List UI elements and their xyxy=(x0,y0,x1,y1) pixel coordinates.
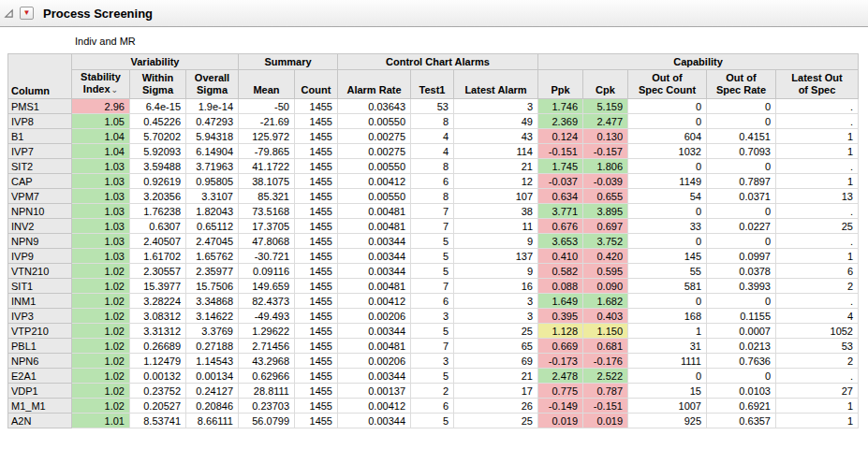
overall-sigma-cell[interactable]: 5.94318 xyxy=(186,129,239,144)
table-row[interactable]: IVP31.023.083123.14622-49.49314550.00206… xyxy=(8,309,859,324)
cpk-cell[interactable]: 0.787 xyxy=(583,384,628,399)
out-of-spec-count-cell[interactable]: 145 xyxy=(628,249,707,264)
alarm-rate-cell[interactable]: 0.00412 xyxy=(338,399,411,414)
row-label-cell[interactable]: VTP210 xyxy=(8,324,72,339)
overall-sigma-cell[interactable]: 3.3107 xyxy=(186,189,239,204)
within-sigma-cell[interactable]: 0.00132 xyxy=(130,369,186,384)
row-label-cell[interactable]: SIT2 xyxy=(8,159,72,174)
within-sigma-cell[interactable]: 0.45226 xyxy=(130,114,186,129)
latest-out-of-spec-cell[interactable]: 1 xyxy=(776,249,859,264)
ppk-cell[interactable]: 0.410 xyxy=(538,249,583,264)
within-sigma-cell[interactable]: 2.30557 xyxy=(130,264,186,279)
cpk-cell[interactable]: 1.682 xyxy=(583,294,628,309)
alarm-rate-cell[interactable]: 0.00344 xyxy=(338,249,411,264)
alarm-rate-cell[interactable]: 0.00206 xyxy=(338,354,411,369)
stability-index-cell[interactable]: 1.04 xyxy=(72,144,130,159)
row-label-cell[interactable]: NPN10 xyxy=(8,204,72,219)
table-row[interactable]: NPN61.021.124791.1454343.296814550.00206… xyxy=(8,354,859,369)
out-of-spec-rate-cell[interactable]: 0.7897 xyxy=(707,174,776,189)
cpk-cell[interactable]: 0.403 xyxy=(583,309,628,324)
column-header-latest-alarm[interactable]: Latest Alarm xyxy=(454,70,538,99)
row-label-cell[interactable]: NPN9 xyxy=(8,234,72,249)
count-cell[interactable]: 1455 xyxy=(295,414,338,428)
latest-out-of-spec-cell[interactable]: 13 xyxy=(776,189,859,204)
mean-cell[interactable]: 85.321 xyxy=(239,189,295,204)
test1-cell[interactable]: 5 xyxy=(411,414,454,428)
row-label-cell[interactable]: PMS1 xyxy=(8,99,72,114)
latest-alarm-cell[interactable]: 21 xyxy=(454,369,538,384)
alarm-rate-cell[interactable]: 0.00137 xyxy=(338,384,411,399)
latest-alarm-cell[interactable]: 38 xyxy=(454,204,538,219)
stability-index-cell[interactable]: 1.02 xyxy=(72,339,130,354)
latest-out-of-spec-cell[interactable]: 4 xyxy=(776,309,859,324)
cpk-cell[interactable]: -0.176 xyxy=(583,354,628,369)
cpk-cell[interactable]: 1.806 xyxy=(583,159,628,174)
stability-index-cell[interactable]: 1.02 xyxy=(72,279,130,294)
cpk-cell[interactable]: -0.151 xyxy=(583,399,628,414)
latest-alarm-cell[interactable]: 69 xyxy=(454,354,538,369)
latest-out-of-spec-cell[interactable]: 1 xyxy=(776,129,859,144)
within-sigma-cell[interactable]: 15.3977 xyxy=(130,279,186,294)
within-sigma-cell[interactable]: 3.28224 xyxy=(130,294,186,309)
latest-out-of-spec-cell[interactable]: . xyxy=(776,114,859,129)
column-header-ppk[interactable]: Ppk xyxy=(538,70,583,99)
test1-cell[interactable]: 7 xyxy=(411,204,454,219)
overall-sigma-cell[interactable]: 1.65762 xyxy=(186,249,239,264)
out-of-spec-count-cell[interactable]: 1111 xyxy=(628,354,707,369)
latest-out-of-spec-cell[interactable]: . xyxy=(776,99,859,114)
stability-index-cell[interactable]: 1.02 xyxy=(72,369,130,384)
within-sigma-cell[interactable]: 1.12479 xyxy=(130,354,186,369)
alarm-rate-cell[interactable]: 0.00481 xyxy=(338,339,411,354)
ppk-cell[interactable]: 0.124 xyxy=(538,129,583,144)
within-sigma-cell[interactable]: 8.53741 xyxy=(130,414,186,428)
table-row[interactable]: SIT11.0215.397715.7506149.65914550.00481… xyxy=(8,279,859,294)
out-of-spec-rate-cell[interactable]: 0 xyxy=(707,159,776,174)
alarm-rate-cell[interactable]: 0.00344 xyxy=(338,414,411,428)
out-of-spec-rate-cell[interactable]: 0.6921 xyxy=(707,399,776,414)
count-cell[interactable]: 1455 xyxy=(295,144,338,159)
test1-cell[interactable]: 8 xyxy=(411,114,454,129)
test1-cell[interactable]: 5 xyxy=(411,369,454,384)
within-sigma-cell[interactable]: 3.59488 xyxy=(130,159,186,174)
latest-out-of-spec-cell[interactable]: 1052 xyxy=(776,324,859,339)
cpk-cell[interactable]: 1.150 xyxy=(583,324,628,339)
overall-sigma-cell[interactable]: 0.65112 xyxy=(186,219,239,234)
column-header-mean[interactable]: Mean xyxy=(239,70,295,99)
stability-index-cell[interactable]: 1.02 xyxy=(72,399,130,414)
row-label-cell[interactable]: M1_M1 xyxy=(8,399,72,414)
out-of-spec-rate-cell[interactable]: 0 xyxy=(707,369,776,384)
out-of-spec-count-cell[interactable]: 1 xyxy=(628,324,707,339)
latest-alarm-cell[interactable]: 3 xyxy=(454,309,538,324)
out-of-spec-count-cell[interactable]: 0 xyxy=(628,159,707,174)
out-of-spec-rate-cell[interactable]: 0 xyxy=(707,204,776,219)
ppk-cell[interactable]: 1.746 xyxy=(538,99,583,114)
ppk-cell[interactable]: 1.128 xyxy=(538,324,583,339)
stability-index-cell[interactable]: 2.96 xyxy=(72,99,130,114)
mean-cell[interactable]: 47.8068 xyxy=(239,234,295,249)
latest-alarm-cell[interactable]: 12 xyxy=(454,174,538,189)
mean-cell[interactable]: 41.1722 xyxy=(239,159,295,174)
overall-sigma-cell[interactable]: 3.14622 xyxy=(186,309,239,324)
alarm-rate-cell[interactable]: 0.00550 xyxy=(338,114,411,129)
row-label-cell[interactable]: IVP8 xyxy=(8,114,72,129)
latest-alarm-cell[interactable]: 49 xyxy=(454,114,538,129)
overall-sigma-cell[interactable]: 8.66111 xyxy=(186,414,239,428)
column-header-out-of-spec-count[interactable]: Out of Spec Count xyxy=(628,70,707,99)
stability-index-cell[interactable]: 1.02 xyxy=(72,309,130,324)
ppk-cell[interactable]: -0.037 xyxy=(538,174,583,189)
latest-alarm-cell[interactable]: 9 xyxy=(454,264,538,279)
cpk-cell[interactable]: -0.157 xyxy=(583,144,628,159)
count-cell[interactable]: 1455 xyxy=(295,234,338,249)
out-of-spec-count-cell[interactable]: 581 xyxy=(628,279,707,294)
cpk-cell[interactable]: 0.420 xyxy=(583,249,628,264)
within-sigma-cell[interactable]: 1.61702 xyxy=(130,249,186,264)
test1-cell[interactable]: 4 xyxy=(411,144,454,159)
table-row[interactable]: IVP81.050.452260.47293-21.6914550.005508… xyxy=(8,114,859,129)
table-row[interactable]: E2A11.020.001320.001340.6296614550.00344… xyxy=(8,369,859,384)
row-label-cell[interactable]: PBL1 xyxy=(8,339,72,354)
table-row[interactable]: VTP2101.023.313123.37691.2962214550.0034… xyxy=(8,324,859,339)
latest-alarm-cell[interactable]: 21 xyxy=(454,159,538,174)
latest-out-of-spec-cell[interactable]: . xyxy=(776,369,859,384)
within-sigma-cell[interactable]: 3.08312 xyxy=(130,309,186,324)
table-row[interactable]: VTN2101.022.305572.359770.0911614550.003… xyxy=(8,264,859,279)
